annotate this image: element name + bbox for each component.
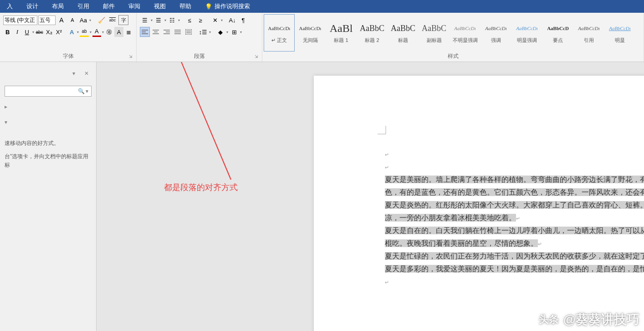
menu-design[interactable]: 设计 <box>20 2 45 10</box>
style-name: 要点 <box>553 37 563 44</box>
menu-references[interactable]: 引用 <box>71 2 96 10</box>
style-item-标题 1[interactable]: AaBl标题 1 <box>326 14 357 52</box>
font-size-select[interactable] <box>38 16 56 25</box>
search-icon: 🔍 <box>78 88 85 94</box>
paragraph-2[interactable]: 夏天是炎热的。红彤彤的太阳像个大火球。大家都穿上了自己喜欢的背心、短裤。许多大人… <box>385 201 644 222</box>
nav-search-input[interactable]: 🔍 ▾ <box>5 86 92 97</box>
ribbon-group-font: A A Aa ▾ 🧹 abc 字 B I U ▾ abc X₂ X² A ▾ <box>0 13 137 62</box>
char-shading-button[interactable]: A <box>114 27 123 37</box>
menu-layout[interactable]: 布局 <box>45 2 71 10</box>
style-item-引用[interactable]: AaBbCcDı引用 <box>573 14 604 52</box>
style-name: 明显 <box>615 37 625 44</box>
font-dialog-launcher[interactable]: ⇲ <box>129 54 135 61</box>
change-case-button[interactable]: Aa <box>78 15 88 25</box>
styles-gallery[interactable]: AaBbCcDı↵ 正文AaBbCcDı无间隔AaBl标题 1AaBbC标题 2… <box>264 14 642 52</box>
style-item-要点[interactable]: AaBbCcD要点 <box>542 14 573 52</box>
nav-close-icon[interactable]: ✕ <box>84 70 89 77</box>
style-item-标题 2[interactable]: AaBbC标题 2 <box>357 14 388 52</box>
asian-sort-button[interactable]: ✕ <box>210 15 220 25</box>
style-item-强调[interactable]: AaBbCcDı强调 <box>480 14 511 52</box>
decrease-indent-button[interactable]: ≤ <box>184 15 194 25</box>
menubar: 入 设计 布局 引用 邮件 审阅 视图 帮助 💡 操作说明搜索 <box>0 0 644 13</box>
multilevel-list-button[interactable]: ☷ <box>167 15 177 25</box>
chevron-down-icon: ▾ <box>209 30 211 34</box>
style-name: 无间隔 <box>303 37 318 44</box>
line-spacing-button[interactable]: ↕☰ <box>198 27 208 37</box>
font-name-select[interactable] <box>3 16 37 25</box>
subscript-button[interactable]: X₂ <box>45 27 53 37</box>
style-item-明显强调[interactable]: AaBbCcDı明显强调 <box>511 14 542 52</box>
style-name: 不明显强调 <box>453 37 478 44</box>
style-preview: AaBbC <box>391 22 415 35</box>
svg-rect-12 <box>185 29 192 35</box>
shrink-font-button[interactable]: A <box>67 15 77 25</box>
font-color-button[interactable]: A <box>92 27 101 37</box>
style-preview: AaBbC <box>360 22 384 35</box>
tell-me-label: 操作说明搜索 <box>215 2 250 10</box>
workspace: ▾ ✕ 🔍 ▾ ▸ ▾ 速移动内容的好方式。 台"选项卡，并向文档中的标题应用标… <box>0 62 644 331</box>
underline-button[interactable]: U <box>23 27 31 37</box>
menu-mailings[interactable]: 邮件 <box>96 2 122 10</box>
annotation-text: 都是段落的对齐方式 <box>164 182 238 193</box>
italic-button[interactable]: I <box>13 27 21 37</box>
sort-button[interactable]: A↓ <box>227 15 237 25</box>
asian-layout-button[interactable]: ≣ <box>124 27 133 37</box>
chevron-down-icon: ▾ <box>226 30 228 34</box>
chevron-down-icon: ▾ <box>90 30 92 34</box>
menu-help[interactable]: 帮助 <box>173 2 198 10</box>
style-name: 标题 2 <box>365 37 379 44</box>
show-marks-button[interactable]: ¶ <box>238 15 248 25</box>
align-right-button[interactable] <box>162 27 172 37</box>
align-justify-button[interactable] <box>173 27 183 37</box>
document-area[interactable]: ↵ ↵ 夏天是美丽的。墙上爬满了各种各样的植物。弯弯曲曲的小路旁边长满了野花，有… <box>97 62 644 331</box>
style-preview: AaBbCcDı <box>268 22 291 35</box>
chevron-down-icon: ▾ <box>89 18 91 22</box>
ribbon-group-styles: AaBbCcDı↵ 正文AaBbCcDı无间隔AaBl标题 1AaBbC标题 2… <box>262 13 644 62</box>
shading-button[interactable]: ◆ <box>215 27 225 37</box>
navigation-pane: ▾ ✕ 🔍 ▾ ▸ ▾ 速移动内容的好方式。 台"选项卡，并向文档中的标题应用标 <box>0 62 97 331</box>
tell-me-search[interactable]: 💡 操作说明搜索 <box>198 2 250 10</box>
nav-dropdown-icon[interactable]: ▾ <box>72 70 75 77</box>
superscript-button[interactable]: X² <box>55 27 63 37</box>
menu-view[interactable]: 视图 <box>147 2 173 10</box>
style-item-副标题[interactable]: AaBbC副标题 <box>419 14 450 52</box>
style-item-标题[interactable]: AaBbC标题 <box>388 14 419 52</box>
paragraph-dialog-launcher[interactable]: ⇲ <box>255 54 261 61</box>
clear-formatting-button[interactable]: 🧹 <box>97 15 107 25</box>
style-item-明显[interactable]: AaBbCcDı明显 <box>604 14 635 52</box>
borders-button[interactable]: ⊞ <box>229 27 239 37</box>
align-center-button[interactable] <box>151 27 161 37</box>
align-left-button[interactable] <box>140 27 150 37</box>
grow-font-button[interactable]: A <box>56 15 66 25</box>
chevron-down-icon: ▾ <box>77 30 79 34</box>
numbering-button[interactable]: ☰ <box>153 15 164 25</box>
chevron-down-icon: ▾ <box>178 18 180 22</box>
ribbon: A A Aa ▾ 🧹 abc 字 B I U ▾ abc X₂ X² A ▾ <box>0 13 644 62</box>
nav-hint-line1: 速移动内容的好方式。 <box>5 139 92 148</box>
menu-review[interactable]: 审阅 <box>122 2 147 10</box>
enclose-char-button[interactable]: ㊜ <box>105 27 113 37</box>
paragraph-3[interactable]: 夏天是自在的。白天我们躺在竹椅上一边儿哼着小曲儿，一边晒太阳。热了可以从冰箱里拿… <box>385 227 644 247</box>
paragraph-5[interactable]: 夏天是多彩的，我爱这美丽的夏天！因为夏是美丽的，是炎热的，是自在的，是忙碌的！ <box>385 265 644 273</box>
watermark-text: @葵葵讲技巧 <box>563 311 639 328</box>
style-preview: AaBbCcDı <box>299 22 322 35</box>
paragraph-4[interactable]: 夏天是忙碌的，农民们正在努力地干活，因为秋天农民的收获多少，就在这时定了下来。 <box>385 252 644 260</box>
document-page: ↵ ↵ 夏天是美丽的。墙上爬满了各种各样的植物。弯弯曲曲的小路旁边长满了野花，有… <box>314 76 644 331</box>
align-distribute-button[interactable] <box>184 27 194 37</box>
char-border-button[interactable]: 字 <box>118 15 128 25</box>
menu-insert[interactable]: 入 <box>0 2 20 10</box>
paragraph-1[interactable]: 夏天是美丽的。墙上爬满了各种各样的植物。弯弯曲曲的小路旁边长满了野花，有的是紫色… <box>385 176 644 196</box>
page-content[interactable]: ↵ ↵ 夏天是美丽的。墙上爬满了各种各样的植物。弯弯曲曲的小路旁边长满了野花，有… <box>385 148 644 288</box>
strike-button[interactable]: abc <box>35 27 44 37</box>
increase-indent-button[interactable]: ≥ <box>195 15 205 25</box>
bullets-button[interactable]: ☰ <box>140 15 150 25</box>
text-effects-button[interactable]: A <box>67 27 76 37</box>
style-item-不明显强调[interactable]: AaBbCcDı不明显强调 <box>450 14 480 52</box>
phonetic-guide-button[interactable]: abc <box>107 15 118 25</box>
chevron-down-icon: ▾ <box>151 18 153 22</box>
font-group-label: 字体 <box>1 52 135 62</box>
style-item-正文[interactable]: AaBbCcDı↵ 正文 <box>264 14 295 52</box>
style-item-无间隔[interactable]: AaBbCcDı无间隔 <box>295 14 326 52</box>
bold-button[interactable]: B <box>3 27 12 37</box>
highlight-button[interactable]: ab <box>80 27 88 37</box>
